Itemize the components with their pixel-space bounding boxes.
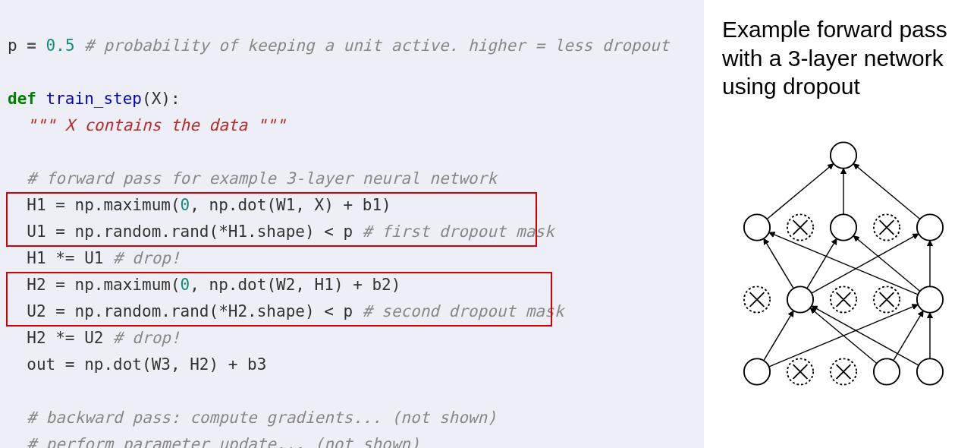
code-line: H2 *= U2 # drop!	[8, 329, 181, 347]
code-line: # perform parameter update... (not shown…	[8, 435, 420, 448]
dropped-neuron-icon	[744, 286, 770, 312]
svg-point-15	[744, 358, 770, 384]
svg-point-22	[874, 358, 900, 384]
svg-point-43	[917, 214, 943, 240]
code-line: out = np.dot(W3, H2) + b3	[8, 355, 266, 374]
svg-line-12	[767, 163, 834, 219]
svg-line-0	[764, 311, 793, 361]
svg-point-34	[917, 286, 943, 312]
code-line: # forward pass for example 3-layer neura…	[8, 169, 497, 188]
svg-point-23	[917, 358, 943, 384]
highlight-box-2	[6, 272, 552, 327]
highlight-box-1	[6, 192, 537, 247]
dropped-neuron-icon	[831, 358, 856, 384]
neuron-icon	[917, 286, 943, 312]
svg-line-2	[810, 308, 877, 363]
code-line: # backward pass: compute gradients... (n…	[8, 409, 497, 427]
svg-point-35	[744, 214, 770, 240]
svg-line-4	[812, 305, 919, 364]
svg-line-3	[894, 311, 923, 361]
code-line: def train_step(X):	[8, 90, 181, 108]
svg-point-39	[831, 214, 856, 240]
neuron-icon	[917, 214, 943, 240]
code-line: p = 0.5 # probability of keeping a unit …	[8, 36, 669, 55]
dropped-neuron-icon	[874, 286, 900, 312]
neuron-icon	[787, 286, 813, 312]
svg-line-14	[853, 163, 920, 219]
network-diagram	[722, 119, 965, 408]
svg-line-10	[853, 235, 920, 291]
svg-line-8	[812, 233, 919, 292]
neuron-icon	[744, 358, 770, 384]
code-line: """ X contains the data """	[8, 116, 286, 134]
page: p = 0.5 # probability of keeping a unit …	[0, 0, 980, 448]
code-block: p = 0.5 # probability of keeping a unit …	[0, 0, 704, 448]
right-pane: Example forward pass with a 3-layer netw…	[704, 0, 980, 448]
neuron-icon	[917, 358, 943, 384]
dropped-neuron-icon	[831, 286, 856, 312]
dropped-neuron-icon	[874, 214, 900, 240]
dropped-neuron-icon	[787, 214, 813, 240]
neuron-icon	[744, 214, 770, 240]
code-line: H1 *= U1 # drop!	[8, 249, 181, 267]
svg-line-6	[764, 238, 793, 289]
neuron-icon	[831, 214, 856, 240]
svg-point-44	[831, 142, 856, 168]
svg-point-27	[787, 286, 813, 312]
svg-line-7	[807, 238, 837, 289]
dropped-neuron-icon	[787, 358, 813, 384]
caption-text: Example forward pass with a 3-layer netw…	[722, 15, 965, 101]
neuron-icon	[831, 142, 856, 168]
neuron-icon	[874, 358, 900, 384]
